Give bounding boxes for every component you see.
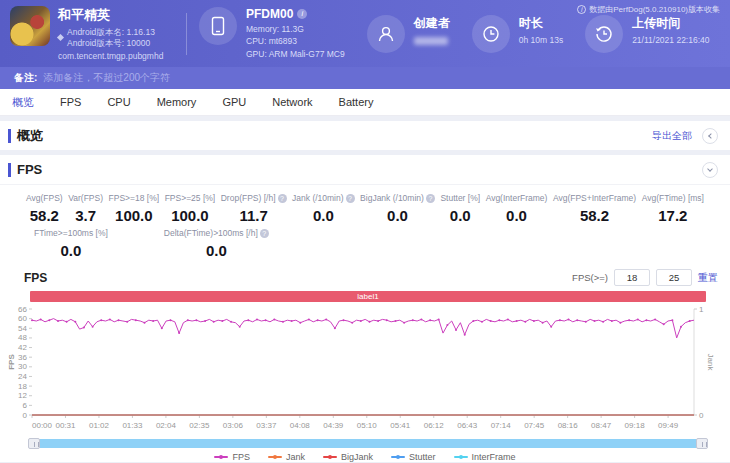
diamond-icon <box>57 34 64 41</box>
slider-left-handle[interactable] <box>28 438 40 449</box>
overview-collapse-button[interactable] <box>702 128 718 144</box>
svg-text:06:12: 06:12 <box>424 421 445 430</box>
legend-stutter[interactable]: Stutter <box>391 452 436 462</box>
svg-text:60: 60 <box>18 314 27 323</box>
upload-time-info: 上传时间 21/11/2021 22:16:40 <box>585 15 709 53</box>
svg-text:00:00: 00:00 <box>32 421 53 430</box>
upload-time-label: 上传时间 <box>632 15 709 32</box>
fps-chart[interactable]: 06121824303642485460660100:0000:3101:020… <box>0 303 730 437</box>
chart-legend: FPS Jank BigJank Stutter InterFrame <box>0 452 730 462</box>
fps-threshold1-input[interactable] <box>614 269 650 286</box>
tab-memory[interactable]: Memory <box>157 96 197 108</box>
svg-text:24: 24 <box>18 372 27 381</box>
svg-text:66: 66 <box>18 305 27 314</box>
device-info: PFDM00 i Memory: 11.3G CPU: mt6893 GPU: … <box>199 7 345 60</box>
metric-stutter: Stutter [%] 0.0 <box>440 193 480 224</box>
svg-text:Jank: Jank <box>706 354 715 372</box>
metric-avg-ftime: Avg(FTime) [ms] 17.2 <box>642 193 704 224</box>
fps-chart-title: FPS <box>24 271 47 285</box>
remark-bar[interactable]: 备注: 添加备注，不超过200个字符 <box>0 67 730 89</box>
svg-text:09:49: 09:49 <box>658 421 679 430</box>
duration-value: 0h 10m 13s <box>519 34 563 46</box>
metric-var-fps: Var(FPS) 3.7 <box>68 193 103 224</box>
svg-text:05:41: 05:41 <box>390 421 411 430</box>
android-version-code: Android版本号: 10000 <box>67 38 155 49</box>
history-icon <box>585 15 623 53</box>
reset-button[interactable]: 重置 <box>698 271 718 285</box>
fps-summary-metrics: Avg(FPS) 58.2 Var(FPS) 3.7 FPS>=18 [%] 1… <box>0 184 730 261</box>
svg-text:09:18: 09:18 <box>625 421 646 430</box>
info-icon: i <box>577 5 586 14</box>
tab-battery[interactable]: Battery <box>339 96 374 108</box>
svg-text:07:14: 07:14 <box>491 421 512 430</box>
legend-fps[interactable]: FPS <box>214 452 250 462</box>
duration-info: 时长 0h 10m 13s <box>472 15 563 53</box>
tab-cpu[interactable]: CPU <box>107 96 130 108</box>
tab-overview[interactable]: 概览 <box>12 95 34 110</box>
legend-bigjank[interactable]: BigJank <box>323 452 373 462</box>
svg-text:12: 12 <box>18 391 27 400</box>
metric-fps-ge-25: FPS>=25 [%] 100.0 <box>165 193 216 224</box>
svg-text:08:47: 08:47 <box>591 421 612 430</box>
fps-card: FPS Avg(FPS) 58.2 Var(FPS) 3.7 FPS>=18 [… <box>0 155 730 462</box>
svg-text:01:02: 01:02 <box>89 421 110 430</box>
help-icon[interactable] <box>260 229 269 238</box>
jank-line-marker-icon <box>268 456 282 458</box>
interframe-line-marker-icon <box>454 456 468 458</box>
game-info: 和平精英 Android版本名: 1.16.13 Android版本号: 100… <box>10 6 182 61</box>
export-all-link[interactable]: 导出全部 <box>652 129 692 143</box>
remark-placeholder: 添加备注，不超过200个字符 <box>43 71 170 85</box>
svg-text:FPS: FPS <box>7 354 16 370</box>
metric-delta-ftime: Delta(FTime)>100ms [/h] 0.0 <box>164 228 269 259</box>
game-title: 和平精英 <box>58 6 163 24</box>
device-cpu: CPU: mt6893 <box>246 35 345 47</box>
help-icon[interactable] <box>346 194 355 203</box>
clock-icon <box>472 15 510 53</box>
fps-collapse-button[interactable] <box>702 162 718 178</box>
svg-text:02:04: 02:04 <box>156 421 177 430</box>
device-gpu: GPU: ARM Mali-G77 MC9 <box>246 48 345 60</box>
tab-network[interactable]: Network <box>272 96 312 108</box>
fps-threshold2-input[interactable] <box>656 269 692 286</box>
source-note-text: 数据由PerfDog(5.0.210910)版本收集 <box>589 4 720 15</box>
creator-info: 创建者 <box>367 15 450 53</box>
device-memory: Memory: 11.3G <box>246 23 345 35</box>
chart-zoom-slider[interactable] <box>30 439 706 448</box>
tab-gpu[interactable]: GPU <box>222 96 246 108</box>
help-icon[interactable] <box>278 194 287 203</box>
metric-avg-interframe: Avg(InterFrame) 0.0 <box>486 193 548 224</box>
stutter-line-marker-icon <box>391 456 405 458</box>
metric-drop-fps: Drop(FPS) [/h] 11.7 <box>221 193 287 224</box>
data-source-note: i 数据由PerfDog(5.0.210910)版本收集 <box>577 4 720 15</box>
svg-text:00:31: 00:31 <box>55 421 76 430</box>
svg-text:42: 42 <box>18 343 27 352</box>
device-info-icon[interactable]: i <box>297 9 307 19</box>
nav-tabs: 概览 FPS CPU Memory GPU Network Battery <box>0 89 730 116</box>
metric-avg-fps-interframe: Avg(FPS+InterFrame) 58.2 <box>553 193 636 224</box>
game-app-icon <box>10 6 50 46</box>
svg-text:54: 54 <box>18 324 27 333</box>
slider-right-handle[interactable] <box>696 438 708 449</box>
legend-jank[interactable]: Jank <box>268 452 305 462</box>
remark-label: 备注: <box>14 71 37 85</box>
svg-text:07:45: 07:45 <box>524 421 545 430</box>
creator-label: 创建者 <box>414 15 450 32</box>
svg-text:0: 0 <box>23 411 28 420</box>
creator-name-redacted <box>414 37 448 45</box>
metric-avg-fps: Avg(FPS) 58.2 <box>26 193 63 224</box>
tab-fps[interactable]: FPS <box>60 96 81 108</box>
upload-time-value: 21/11/2021 22:16:40 <box>632 34 709 46</box>
help-icon[interactable] <box>426 194 435 203</box>
svg-text:30: 30 <box>18 362 27 371</box>
metric-bigjank: BigJank (/10min) 0.0 <box>360 193 435 224</box>
svg-text:04:39: 04:39 <box>323 421 344 430</box>
report-header: i 数据由PerfDog(5.0.210910)版本收集 和平精英 Androi… <box>0 0 730 67</box>
metric-jank: Jank (/10min) 0.0 <box>292 193 355 224</box>
user-icon <box>367 15 405 53</box>
header-divider <box>186 13 187 55</box>
metric-ftime-ge-100ms: FTime>=100ms [%] 0.0 <box>34 228 108 259</box>
legend-interframe[interactable]: InterFrame <box>454 452 516 462</box>
fps-section-title: FPS <box>8 163 42 177</box>
metric-fps-ge-18: FPS>=18 [%] 100.0 <box>109 193 160 224</box>
fps-chart-svg: 06121824303642485460660100:0000:3101:020… <box>6 303 718 433</box>
